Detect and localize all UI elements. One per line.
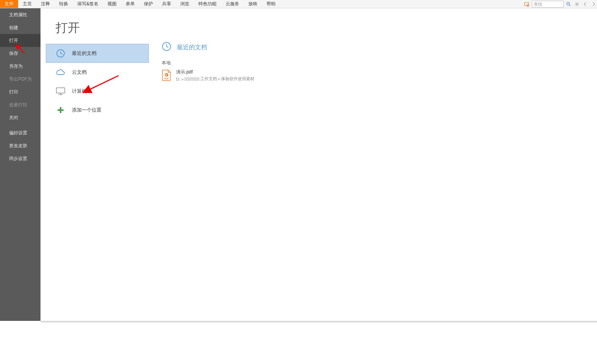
sidebar-item-close[interactable]: 关闭 (0, 111, 41, 124)
menu-protect[interactable]: 保护 (139, 0, 157, 8)
menubar-right: 查找 (523, 0, 597, 8)
menu-fillsign[interactable]: 填写&签名 (73, 0, 103, 8)
gear-icon[interactable] (574, 1, 580, 8)
find-text-icon[interactable] (523, 0, 530, 8)
menu-cloud[interactable]: 云服务 (221, 0, 244, 8)
menu-annotate[interactable]: 注释 (36, 0, 55, 8)
path-redacted (184, 77, 200, 81)
search-input[interactable]: 查找 (532, 1, 564, 8)
file-sidebar: 文档属性 创建 打开 保存 另存为 导出PDF为 打印 批量打印 关闭 偏好设置… (0, 8, 41, 321)
sidebar-item-preferences[interactable]: 偏好设置 (0, 126, 41, 139)
menu-home[interactable]: 主页 (18, 0, 36, 8)
svg-rect-6 (56, 88, 65, 93)
nav-prev-icon[interactable] (582, 1, 589, 8)
location-computer[interactable]: 计算机 (46, 82, 149, 101)
sidebar-item-open[interactable]: 打开 (0, 34, 41, 47)
menu-browse[interactable]: 浏览 (176, 0, 194, 8)
sidebar-item-sync[interactable]: 同步设置 (0, 152, 41, 165)
recent-doc-name: 演示.pdf (176, 69, 254, 75)
open-locations-panel: 打开 最近的文档 云文档 计算机 添加一个位置 (41, 8, 154, 321)
section-local-label: 本地 (162, 60, 597, 66)
open-title: 打开 (41, 8, 154, 44)
recent-docs-header: 最近的文档 (162, 16, 597, 53)
menu-convert[interactable]: 转换 (55, 0, 73, 8)
pdf-file-icon: PDF (162, 70, 171, 81)
menu-feature[interactable]: 特色功能 (194, 0, 221, 8)
sidebar-item-create[interactable]: 创建 (0, 21, 41, 34)
sidebar-item-batchprint[interactable]: 批量打印 (0, 98, 41, 111)
recent-docs-panel: 最近的文档 本地 PDF 演示.pdf D: » 工作文档 » 体验软件使用素材 (154, 8, 597, 321)
location-add[interactable]: 添加一个位置 (46, 101, 149, 120)
plus-icon (55, 106, 66, 114)
sidebar-item-exportpdf[interactable]: 导出PDF为 (0, 73, 41, 86)
svg-text:PDF: PDF (165, 78, 169, 80)
sidebar-item-skin[interactable]: 更改皮肤 (0, 139, 41, 152)
location-label: 云文档 (72, 69, 87, 76)
menubar: 文件 主页 注释 转换 填写&签名 视图 表单 保护 共享 浏览 特色功能 云服… (0, 0, 597, 8)
sidebar-item-save[interactable]: 保存 (0, 47, 41, 60)
clock-icon (162, 42, 171, 53)
menu-slideshow[interactable]: 放映 (244, 0, 262, 8)
location-label: 计算机 (72, 88, 87, 95)
svg-point-2 (567, 2, 569, 5)
bottom-divider (41, 321, 597, 322)
sidebar-item-docprops[interactable]: 文档属性 (0, 8, 41, 21)
menu-file[interactable]: 文件 (0, 0, 18, 8)
recent-doc-path: D: » 工作文档 » 体验软件使用素材 (176, 76, 254, 82)
recent-docs-title: 最近的文档 (177, 44, 207, 51)
location-label: 添加一个位置 (72, 107, 101, 114)
clock-icon (55, 49, 66, 58)
menu-share[interactable]: 共享 (157, 0, 176, 8)
cloud-icon (55, 68, 66, 76)
svg-point-4 (576, 3, 578, 5)
location-label: 最近的文档 (72, 50, 97, 57)
nav-next-icon[interactable] (590, 1, 597, 8)
computer-icon (55, 87, 66, 95)
svg-line-3 (569, 5, 571, 6)
svg-rect-0 (525, 3, 529, 6)
location-cloud[interactable]: 云文档 (46, 63, 149, 82)
sidebar-item-saveas[interactable]: 另存为 (0, 60, 41, 73)
location-recent[interactable]: 最近的文档 (46, 44, 149, 63)
menu-form[interactable]: 表单 (121, 0, 139, 8)
search-submit-icon[interactable] (565, 1, 572, 8)
menu-view[interactable]: 视图 (103, 0, 121, 8)
recent-doc-body: 演示.pdf D: » 工作文档 » 体验软件使用素材 (176, 69, 254, 82)
sidebar-item-print[interactable]: 打印 (0, 86, 41, 98)
menu-help[interactable]: 帮助 (262, 0, 280, 8)
recent-doc-row[interactable]: PDF 演示.pdf D: » 工作文档 » 体验软件使用素材 (162, 68, 597, 82)
